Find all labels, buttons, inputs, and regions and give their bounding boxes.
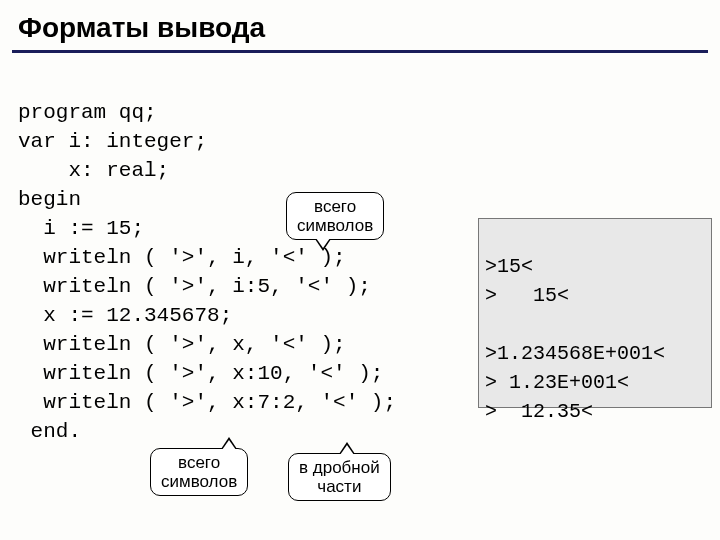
title-rule — [12, 50, 708, 53]
code-line: writeln ( '>', i, '<' ); — [18, 246, 346, 269]
code-line: i := 15; — [18, 217, 144, 240]
callout-line: всего — [161, 453, 237, 472]
callout-fraction-part: в дробной части — [288, 453, 391, 501]
callout-line: символов — [161, 472, 237, 491]
callout-line: символов — [297, 216, 373, 235]
code-line: x := 12.345678; — [18, 304, 232, 327]
output-line: > 1.23E+001< — [485, 371, 629, 394]
code-line: x: real; — [18, 159, 169, 182]
code-line: writeln ( '>', x:10, '<' ); — [18, 362, 383, 385]
callout-total-chars-top: всего символов — [286, 192, 384, 240]
code-line: program qq; — [18, 101, 157, 124]
code-line: writeln ( '>', x, '<' ); — [18, 333, 346, 356]
callout-line: части — [299, 477, 380, 496]
output-line: > 12.35< — [485, 400, 593, 423]
output-line: >1.234568E+001< — [485, 342, 665, 365]
code-line: writeln ( '>', x:7:2, '<' ); — [18, 391, 396, 414]
callout-line: всего — [297, 197, 373, 216]
output-line: > 15< — [485, 284, 569, 307]
output-box: >15< > 15< >1.234568E+001< > 1.23E+001< … — [478, 218, 712, 408]
callout-total-chars-bottom: всего символов — [150, 448, 248, 496]
callout-line: в дробной — [299, 458, 380, 477]
code-line: end. — [18, 420, 81, 443]
page-title: Форматы вывода — [0, 0, 720, 50]
output-line: >15< — [485, 255, 533, 278]
code-line: begin — [18, 188, 81, 211]
code-line: var i: integer; — [18, 130, 207, 153]
code-line: writeln ( '>', i:5, '<' ); — [18, 275, 371, 298]
